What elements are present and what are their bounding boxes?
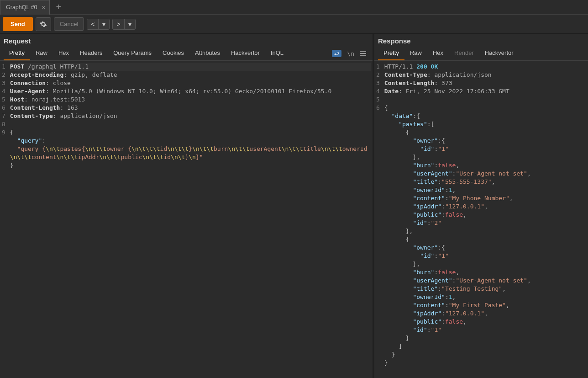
tab-inql[interactable]: InQL: [265, 47, 289, 60]
history-back-button[interactable]: <: [87, 19, 99, 29]
tab-hex[interactable]: Hex: [427, 47, 449, 60]
tab-cookies[interactable]: Cookies: [157, 47, 189, 60]
history-back-group: < ▾: [87, 19, 110, 30]
request-view-tabs: PrettyRawHexHeadersQuery ParamsCookiesAt…: [0, 47, 373, 61]
tab-hex[interactable]: Hex: [53, 47, 74, 60]
response-view-tabs: PrettyRawHexRenderHackvertor: [374, 47, 588, 61]
tab-raw[interactable]: Raw: [404, 47, 427, 60]
gear-icon: [40, 21, 47, 28]
request-gutter: 123456789: [0, 61, 8, 378]
history-forward-dropdown[interactable]: ▾: [125, 19, 135, 29]
tab-headers[interactable]: Headers: [74, 47, 108, 60]
tab-bar: GraphQL #0 × +: [0, 0, 588, 15]
request-title: Request: [4, 37, 31, 45]
response-title: Response: [378, 37, 411, 45]
tab-query-params[interactable]: Query Params: [108, 47, 157, 60]
response-gutter: 123456: [374, 61, 383, 378]
tab-pretty[interactable]: Pretty: [378, 47, 404, 60]
tab-pretty[interactable]: Pretty: [4, 47, 30, 60]
wrap-toggle-icon[interactable]: ⮐: [332, 50, 341, 57]
tab-attributes[interactable]: Attributes: [189, 47, 226, 60]
history-forward-button[interactable]: >: [113, 19, 124, 29]
tab-title: GraphQL #0: [6, 4, 37, 11]
repeater-tab[interactable]: GraphQL #0 ×: [0, 0, 50, 15]
response-pane: Response PrettyRawHexRenderHackvertor 12…: [374, 34, 588, 378]
newline-toggle-icon[interactable]: \n: [347, 50, 354, 57]
close-icon[interactable]: ×: [42, 4, 45, 11]
tab-hackvertor[interactable]: Hackvertor: [479, 47, 519, 60]
tab-raw[interactable]: Raw: [30, 47, 53, 60]
request-pane: Request PrettyRawHexHeadersQuery ParamsC…: [0, 34, 374, 378]
tab-hackvertor[interactable]: Hackvertor: [226, 47, 265, 60]
response-editor[interactable]: 123456 HTTP/1.1 200 OKContent-Type: appl…: [374, 61, 588, 378]
hamburger-icon[interactable]: [360, 51, 366, 56]
request-code[interactable]: POST /graphql HTTP/1.1Accept-Encoding: g…: [8, 61, 373, 378]
panes: Request PrettyRawHexHeadersQuery ParamsC…: [0, 34, 588, 378]
tab-render[interactable]: Render: [449, 47, 479, 60]
settings-button[interactable]: [36, 17, 51, 31]
add-tab-button[interactable]: +: [53, 2, 64, 12]
cancel-button[interactable]: Cancel: [54, 17, 84, 31]
response-code[interactable]: HTTP/1.1 200 OKContent-Type: application…: [383, 61, 588, 378]
toolbar: Send Cancel < ▾ > ▾: [0, 15, 588, 34]
request-editor[interactable]: 123456789 POST /graphql HTTP/1.1Accept-E…: [0, 61, 373, 378]
send-button[interactable]: Send: [3, 17, 33, 31]
history-forward-group: > ▾: [112, 19, 135, 30]
history-back-dropdown[interactable]: ▾: [99, 19, 109, 29]
